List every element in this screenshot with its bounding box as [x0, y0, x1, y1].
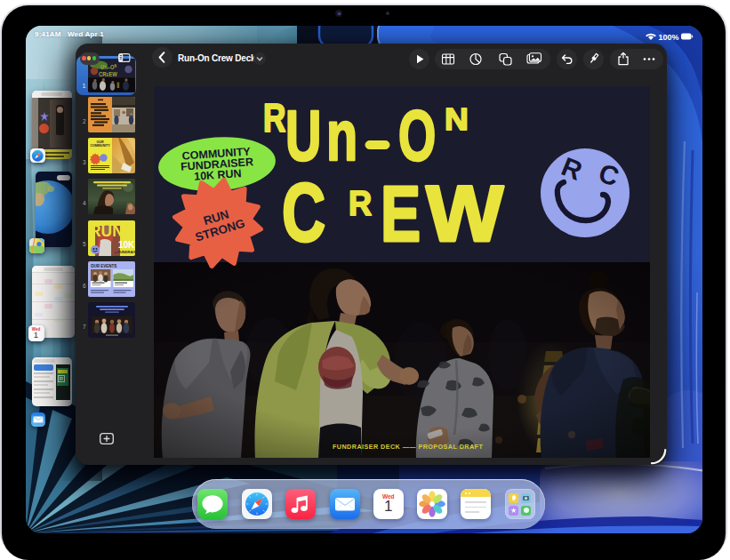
svg-text:COMMUNITY: COMMUNITY: [90, 144, 110, 148]
svg-text:RUN: RUN: [90, 220, 124, 240]
svg-text:R: R: [349, 184, 372, 222]
svg-text:U: U: [285, 95, 321, 175]
svg-text:O: O: [398, 95, 436, 174]
svg-text:OUR EVENTS: OUR EVENTS: [91, 264, 116, 268]
svg-text:+ FUNDRAISER: + FUNDRAISER: [115, 250, 136, 254]
svg-text:N: N: [445, 101, 469, 137]
svg-text:R: R: [263, 96, 285, 140]
svg-text:CREEW: CREEW: [99, 71, 117, 78]
svg-text:n: n: [326, 95, 357, 175]
svg-text:C: C: [282, 167, 325, 258]
svg-text:10K: 10K: [118, 240, 135, 250]
svg-text:W: W: [426, 169, 504, 257]
svg-text:E: E: [381, 169, 421, 258]
svg-text:Un–ON: Un–ON: [100, 64, 116, 71]
svg-text:FUNDRAISER DECK —— PROPOSAL DR: FUNDRAISER DECK —— PROPOSAL DRAFT: [333, 443, 483, 451]
svg-text:100%: 100%: [659, 33, 679, 42]
